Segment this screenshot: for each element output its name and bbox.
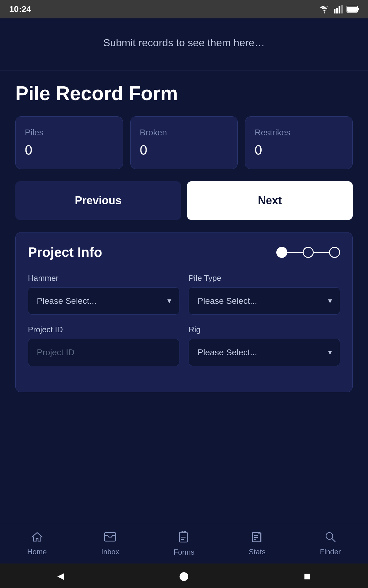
stats-row: Piles 0 Broken 0 Restrikes 0: [15, 116, 353, 169]
wifi-icon: [319, 5, 330, 13]
nav-item-stats[interactable]: Stats: [243, 528, 272, 559]
status-time: 10:24: [9, 4, 31, 14]
form-section: Pile Record Form Piles 0 Broken 0 Restri…: [0, 70, 368, 414]
hammer-label: Hammer: [28, 273, 179, 283]
hammer-select[interactable]: Please Select...: [28, 287, 179, 315]
nav-label-inbox: Inbox: [101, 548, 119, 556]
hammer-select-wrapper: Please Select... ▼: [28, 287, 179, 315]
submit-banner-text: Submit records to see them here…: [12, 37, 356, 49]
stat-value-restrikes: 0: [255, 142, 343, 158]
step-dot-2: [303, 247, 314, 258]
stats-icon: [252, 531, 263, 545]
stat-label-restrikes: Restrikes: [255, 128, 343, 138]
finder-icon: [325, 531, 336, 545]
main-content: Submit records to see them here… Pile Re…: [0, 18, 368, 524]
svg-line-17: [332, 538, 335, 542]
svg-rect-3: [341, 5, 343, 13]
status-bar: 10:24: [0, 0, 368, 18]
project-id-label: Project ID: [28, 325, 179, 334]
form-row-hammer-piletype: Hammer Please Select... ▼ Pile Type Plea…: [28, 273, 340, 315]
form-row-projectid-rig: Project ID Rig Please Select... ▼: [28, 325, 340, 366]
stat-value-piles: 0: [25, 142, 113, 158]
recents-button[interactable]: ◼: [304, 571, 311, 581]
android-nav: ◀ ⬤ ◼: [0, 564, 368, 588]
nav-item-forms[interactable]: Forms: [167, 528, 201, 560]
submit-banner: Submit records to see them here…: [0, 18, 368, 70]
bottom-nav: Home Inbox Forms: [0, 524, 368, 564]
project-info-card: Project Info Hammer Please Select...: [15, 232, 353, 392]
rig-select[interactable]: Please Select...: [189, 339, 340, 366]
nav-label-finder: Finder: [320, 548, 341, 556]
nav-item-home[interactable]: Home: [21, 528, 53, 559]
nav-buttons: Previous Next: [15, 181, 353, 220]
stat-card-restrikes: Restrikes 0: [245, 116, 353, 169]
home-button[interactable]: ⬤: [179, 571, 189, 581]
nav-label-stats: Stats: [249, 548, 266, 556]
stat-value-broken: 0: [140, 142, 228, 158]
svg-rect-2: [339, 6, 340, 13]
pile-type-select-wrapper: Please Select... ▼: [189, 287, 340, 315]
status-icons: [319, 5, 359, 13]
svg-rect-6: [347, 7, 357, 12]
form-group-project-id: Project ID: [28, 325, 179, 366]
form-title: Pile Record Form: [15, 83, 353, 104]
next-button[interactable]: Next: [187, 181, 353, 220]
pile-type-select[interactable]: Please Select...: [189, 287, 340, 315]
svg-rect-5: [358, 8, 359, 10]
rig-select-wrapper: Please Select... ▼: [189, 339, 340, 366]
step-dot-3: [329, 247, 340, 258]
svg-rect-1: [336, 8, 338, 13]
step-dot-1: [276, 247, 287, 258]
nav-item-finder[interactable]: Finder: [314, 528, 347, 559]
project-info-title: Project Info: [28, 245, 102, 260]
stat-card-piles: Piles 0: [15, 116, 123, 169]
previous-button[interactable]: Previous: [15, 181, 181, 220]
project-info-header: Project Info: [28, 245, 340, 260]
step-indicator: [276, 247, 340, 258]
back-button[interactable]: ◀: [57, 571, 64, 581]
project-id-input[interactable]: [28, 339, 179, 366]
stat-label-broken: Broken: [140, 128, 228, 138]
inbox-icon: [104, 531, 116, 545]
pile-type-label: Pile Type: [189, 273, 340, 283]
form-group-rig: Rig Please Select... ▼: [189, 325, 340, 366]
step-line-2: [314, 252, 329, 253]
step-line-1: [287, 252, 303, 253]
nav-label-home: Home: [27, 548, 47, 556]
form-group-pile-type: Pile Type Please Select... ▼: [189, 273, 340, 315]
rig-label: Rig: [189, 325, 340, 334]
forms-icon: [179, 531, 189, 545]
home-icon: [31, 531, 43, 545]
nav-item-inbox[interactable]: Inbox: [95, 528, 125, 559]
battery-icon: [347, 6, 359, 13]
svg-rect-0: [334, 9, 335, 13]
nav-label-forms: Forms: [174, 548, 194, 556]
stat-label-piles: Piles: [25, 128, 113, 138]
stat-card-broken: Broken 0: [130, 116, 238, 169]
svg-rect-8: [179, 532, 187, 542]
signal-icon: [334, 5, 343, 13]
form-group-hammer: Hammer Please Select... ▼: [28, 273, 179, 315]
